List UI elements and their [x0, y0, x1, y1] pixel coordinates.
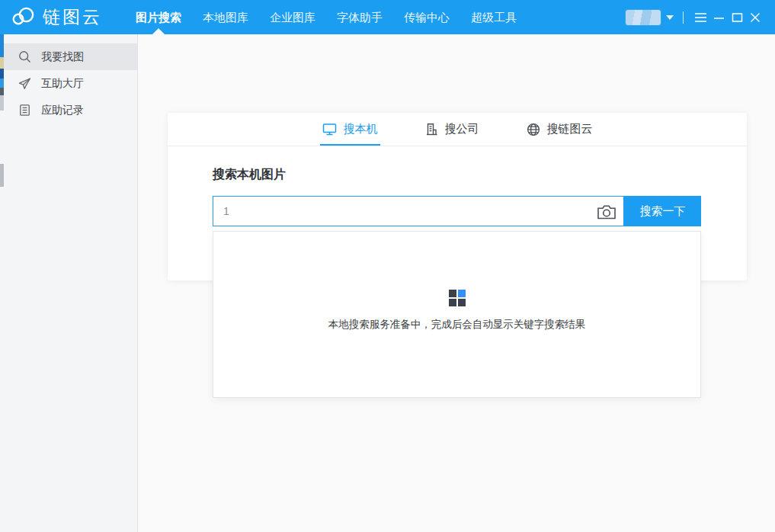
- search-suggestion-panel: 本地搜索服务准备中，完成后会自动显示关键字搜索结果: [213, 231, 701, 398]
- nav-item-label: 本地图库: [203, 11, 248, 24]
- tab-label: 搜公司: [445, 122, 479, 136]
- nav-item-label: 字体助手: [337, 11, 383, 24]
- tab-label: 搜链图云: [547, 122, 593, 136]
- app-title: 链图云: [43, 5, 102, 29]
- chevron-down-icon[interactable]: [666, 15, 674, 20]
- titlebar-controls: [626, 7, 764, 28]
- maximize-button[interactable]: [728, 7, 746, 28]
- search-icon: [18, 50, 31, 63]
- active-nav-indicator-icon: [152, 28, 165, 34]
- search-button[interactable]: 搜索一下: [624, 196, 701, 226]
- maximize-icon: [732, 12, 743, 23]
- record-list-icon: [18, 104, 31, 117]
- sidebar-item-label: 应助记录: [41, 104, 84, 117]
- nav-item-label: 传输中心: [404, 11, 450, 24]
- camera-icon[interactable]: [597, 203, 616, 221]
- cloud-chain-logo-icon: [11, 5, 36, 29]
- titlebar: 链图云 图片搜索 本地图库 企业图库 字体助手 传输中心 超级工具: [0, 0, 775, 34]
- nav-item-super-tools[interactable]: 超级工具: [460, 0, 527, 34]
- nav-item-transfer-center[interactable]: 传输中心: [393, 0, 460, 34]
- sidebar-item-label: 我要找图: [41, 50, 84, 64]
- nav-item-label: 超级工具: [471, 11, 517, 24]
- sidebar-item-mutual-aid-hall[interactable]: 互助大厅: [0, 70, 137, 97]
- search-tabbar: 搜本机 搜公司: [168, 113, 747, 146]
- globe-icon: [527, 123, 540, 136]
- app-window: 链图云 图片搜索 本地图库 企业图库 字体助手 传输中心 超级工具: [0, 0, 775, 532]
- search-input-wrap: [213, 196, 624, 226]
- paper-plane-icon: [18, 77, 31, 90]
- loading-grid-icon: [449, 290, 466, 306]
- monitor-icon: [322, 123, 337, 136]
- building-icon: [425, 123, 438, 136]
- nav-item-label: 企业图库: [270, 11, 315, 24]
- sidebar-item-find-image[interactable]: 我要找图: [0, 43, 137, 70]
- minimize-button[interactable]: [709, 7, 728, 28]
- menu-button[interactable]: [691, 7, 709, 28]
- close-button[interactable]: [746, 7, 764, 28]
- search-section-title: 搜索本机图片: [213, 167, 747, 183]
- search-input[interactable]: [213, 197, 623, 226]
- top-nav: 图片搜索 本地图库 企业图库 字体助手 传输中心 超级工具: [125, 0, 527, 34]
- tab-search-local[interactable]: 搜本机: [320, 113, 380, 146]
- main-content: 搜本机 搜公司: [138, 34, 775, 532]
- nav-item-enterprise-library[interactable]: 企业图库: [259, 0, 326, 34]
- search-row: 搜索一下: [213, 196, 701, 226]
- sidebar-item-aid-records[interactable]: 应助记录: [0, 97, 137, 123]
- tab-search-liantu-cloud[interactable]: 搜链图云: [524, 113, 595, 146]
- nav-item-font-helper[interactable]: 字体助手: [326, 0, 393, 34]
- nav-item-label: 图片搜索: [136, 11, 181, 24]
- sidebar-item-label: 互助大厅: [41, 77, 84, 91]
- service-preparing-message: 本地搜索服务准备中，完成后会自动显示关键字搜索结果: [213, 318, 700, 332]
- tab-search-company[interactable]: 搜公司: [423, 113, 482, 146]
- background-window-artifact: [0, 34, 4, 532]
- sidebar: 我要找图 互助大厅 应助记录: [0, 34, 138, 532]
- app-logo: 链图云: [11, 5, 102, 29]
- tab-label: 搜本机: [344, 122, 378, 136]
- minimize-icon: [713, 12, 725, 23]
- app-body: 我要找图 互助大厅 应助记录: [0, 34, 775, 532]
- hamburger-icon: [694, 12, 707, 23]
- titlebar-divider: [683, 11, 684, 24]
- close-icon: [750, 12, 761, 23]
- nav-item-local-library[interactable]: 本地图库: [192, 0, 259, 34]
- user-account-blurred[interactable]: [626, 10, 661, 25]
- nav-item-image-search[interactable]: 图片搜索: [125, 0, 192, 34]
